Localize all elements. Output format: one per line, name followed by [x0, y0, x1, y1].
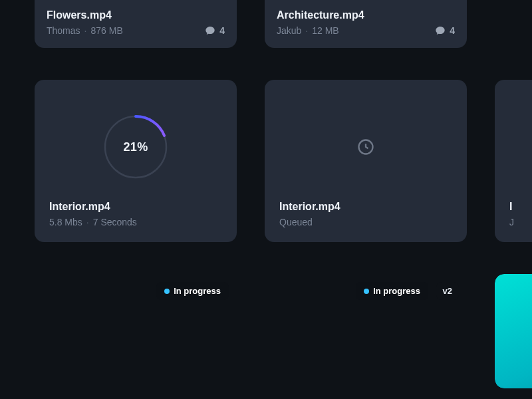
media-card[interactable]: 02:23 Flowers.mp4 Thomas · 876 MB 4 [35, 0, 237, 48]
media-card[interactable]: 05:19 Architecture.mp4 Jakub · 12 MB 4 [265, 0, 467, 48]
queued-indicator [279, 93, 452, 201]
separator-dot: · [84, 25, 87, 36]
comment-count: 4 [219, 25, 225, 36]
card-meta: Architecture.mp4 Jakub · 12 MB 4 [265, 0, 467, 48]
file-title: Interior.mp4 [49, 201, 222, 213]
status-dot-icon [164, 289, 170, 294]
author-initial: J [509, 217, 514, 227]
card-meta: Interior.mp4 5.8 Mbs · 7 Seconds [49, 201, 222, 227]
queued-indicator [509, 93, 532, 201]
media-card[interactable] [495, 274, 532, 388]
comment-count: 4 [450, 25, 455, 36]
thumbnail[interactable]: In progress [35, 274, 237, 388]
placeholder [495, 0, 532, 48]
thumbnail[interactable] [495, 274, 532, 388]
file-size: 876 MB [90, 25, 122, 36]
upload-eta: 7 Seconds [93, 217, 137, 227]
comments-button[interactable]: 4 [435, 25, 455, 36]
comments-button[interactable]: 4 [205, 25, 225, 36]
card-meta: Flowers.mp4 Thomas · 876 MB 4 [35, 0, 237, 48]
file-size: 12 MB [312, 25, 338, 36]
file-title-initial: I [509, 201, 532, 213]
card-meta: Interior.mp4 Queued [279, 201, 452, 227]
file-title: Architecture.mp4 [277, 9, 455, 21]
comment-icon [205, 25, 215, 36]
separator-dot: · [305, 25, 308, 36]
card-meta: I J [509, 201, 532, 227]
media-card[interactable]: TA TA In progress v2 [265, 274, 467, 388]
queued-card-partial[interactable]: I J [495, 80, 532, 242]
status-pill: In progress [156, 282, 229, 300]
author-label: Thomas [47, 25, 80, 36]
status-label: In progress [373, 286, 420, 296]
comment-icon [435, 25, 446, 36]
upload-card[interactable]: 21% Interior.mp4 5.8 Mbs · 7 Seconds [35, 80, 237, 242]
file-title: Interior.mp4 [279, 201, 452, 213]
status-dot-icon [364, 289, 369, 294]
clock-icon [356, 138, 375, 156]
queued-card[interactable]: Interior.mp4 Queued [265, 80, 467, 242]
thumbnail-art [495, 274, 532, 388]
progress-ring: 21% [49, 93, 222, 201]
status-label: In progress [174, 286, 221, 296]
queued-status: Queued [279, 217, 313, 227]
progress-percent: 21% [124, 140, 148, 154]
version-badge: v2 [436, 282, 459, 300]
media-card[interactable]: In progress [35, 274, 237, 388]
thumbnail[interactable]: TA TA In progress v2 [265, 274, 467, 388]
file-title: Flowers.mp4 [47, 9, 225, 21]
status-pill: In progress [356, 282, 428, 300]
upload-speed: 5.8 Mbs [49, 217, 82, 227]
separator-dot: · [86, 217, 89, 227]
author-label: Jakub [277, 25, 301, 36]
